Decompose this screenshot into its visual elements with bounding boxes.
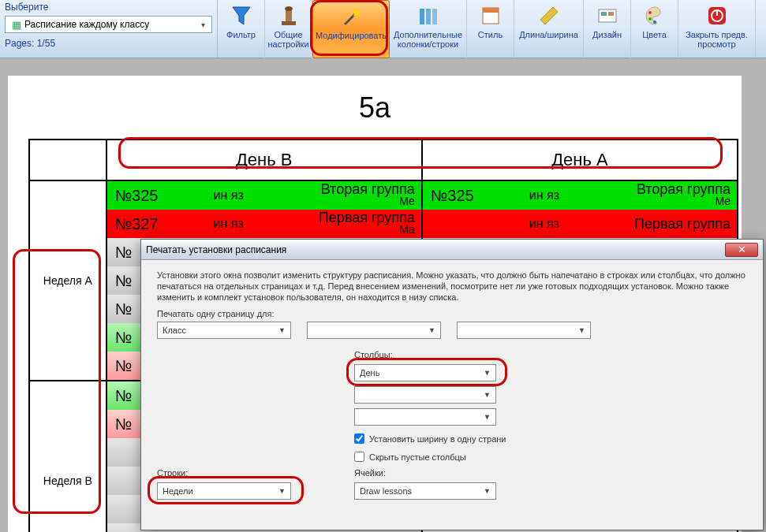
sheet-icon bbox=[478, 3, 503, 28]
columns-select-1[interactable]: День▼ bbox=[354, 364, 496, 381]
chevron-down-icon: ▼ bbox=[428, 326, 435, 334]
columns-select-2[interactable]: ▼ bbox=[354, 386, 496, 404]
svg-rect-0 bbox=[282, 21, 296, 25]
page-for-select-3[interactable]: ▼ bbox=[457, 322, 591, 339]
chevron-down-icon: ▼ bbox=[484, 413, 491, 421]
dialog-intro: Установки этого окна позволит изменить с… bbox=[157, 270, 747, 303]
selector-label: Выберите bbox=[5, 2, 212, 13]
close-button[interactable]: ✕ bbox=[725, 243, 758, 257]
print-settings-dialog: Печатать установки расписания ✕ Установк… bbox=[140, 239, 764, 530]
close-preview-button[interactable]: Закрыть предв. просмотр bbox=[678, 0, 756, 58]
class-title: 5a bbox=[8, 91, 742, 125]
dialog-title-text: Печатать установки расписания bbox=[146, 244, 725, 255]
chevron-down-icon: ▼ bbox=[278, 487, 286, 495]
report-type-combo[interactable]: ▦ Расписание каждому классу ▾ bbox=[5, 16, 212, 33]
svg-point-2 bbox=[285, 6, 293, 11]
rows-select[interactable]: Недели▼ bbox=[157, 482, 291, 500]
corner-cell bbox=[29, 140, 106, 180]
svg-rect-10 bbox=[601, 12, 607, 16]
ruler-icon bbox=[536, 3, 562, 28]
chevron-down-icon: ▼ bbox=[484, 487, 491, 495]
colors-button[interactable]: Цвета bbox=[631, 0, 678, 58]
rows-label: Строки: bbox=[157, 468, 331, 478]
svg-rect-5 bbox=[426, 9, 431, 24]
cells-label: Ячейки: bbox=[354, 468, 528, 478]
extra-cols-button[interactable]: Дополнительные колонки/строки bbox=[390, 0, 467, 58]
fit-width-checkbox[interactable]: Установить ширину в одну страни bbox=[354, 433, 528, 444]
hide-empty-checkbox[interactable]: Скрыть пустые столбцы bbox=[354, 452, 528, 462]
table-icon: ▦ bbox=[9, 19, 24, 31]
page-for-select-2[interactable]: ▼ bbox=[307, 322, 441, 339]
general-settings-button[interactable]: Общие настройки bbox=[265, 0, 312, 58]
chevron-down-icon: ▼ bbox=[278, 326, 286, 334]
selector-panel: Выберите ▦ Расписание каждому классу ▾ P… bbox=[0, 0, 218, 58]
chevron-down-icon: ▼ bbox=[578, 326, 585, 334]
svg-rect-4 bbox=[420, 9, 424, 24]
svg-rect-8 bbox=[483, 8, 499, 13]
design-button[interactable]: Дизайн bbox=[584, 0, 631, 58]
svg-rect-6 bbox=[432, 9, 437, 24]
modify-button[interactable]: Модифицировать bbox=[312, 0, 390, 58]
ribbon-toolbar: Выберите ▦ Расписание каждому классу ▾ P… bbox=[0, 0, 766, 58]
dialog-titlebar[interactable]: Печатать установки расписания ✕ bbox=[141, 240, 763, 260]
chevron-down-icon: ▼ bbox=[484, 369, 491, 377]
palette-icon bbox=[642, 3, 667, 28]
columns-select-3[interactable]: ▼ bbox=[354, 408, 496, 426]
chevron-down-icon: ▼ bbox=[484, 391, 491, 399]
size-button[interactable]: Длина/ширина bbox=[514, 0, 584, 58]
filter-button[interactable]: Фильтр bbox=[218, 0, 265, 58]
svg-point-13 bbox=[648, 17, 652, 20]
design-icon bbox=[595, 3, 620, 28]
combo-text: Расписание каждому классу bbox=[24, 19, 197, 30]
week-a-label: Неделя А bbox=[29, 180, 106, 381]
svg-rect-11 bbox=[608, 12, 614, 16]
columns-label: Столбцы: bbox=[354, 350, 528, 359]
week-b-label: Неделя В bbox=[29, 381, 106, 532]
stamp-icon bbox=[276, 3, 301, 28]
power-icon bbox=[704, 3, 730, 28]
style-button[interactable]: Стиль bbox=[467, 0, 514, 58]
wand-icon bbox=[338, 4, 364, 29]
print-page-for-label: Печатать одну страницу для: bbox=[157, 309, 747, 318]
funnel-icon bbox=[229, 3, 254, 28]
page-counter: Pages: 1/55 bbox=[5, 38, 212, 49]
day-header-b: День B bbox=[106, 140, 422, 180]
chevron-down-icon: ▾ bbox=[197, 20, 208, 29]
day-header-a: День A bbox=[422, 140, 738, 180]
svg-point-12 bbox=[648, 11, 652, 14]
page-for-select-1[interactable]: Класс▼ bbox=[157, 322, 291, 339]
columns-icon bbox=[416, 3, 441, 28]
svg-point-14 bbox=[653, 20, 656, 24]
cells-select[interactable]: Draw lessons▼ bbox=[354, 482, 496, 500]
